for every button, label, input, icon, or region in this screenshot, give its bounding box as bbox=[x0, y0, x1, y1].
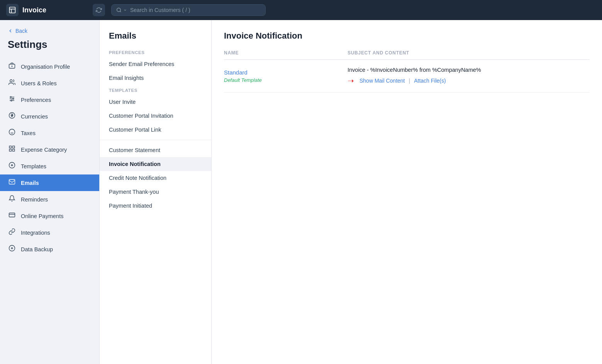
app-name: Invoice bbox=[22, 6, 46, 14]
content-table-rows: Standard Default Template Invoice - %Inv… bbox=[224, 60, 590, 93]
table-header-row: NAME SUBJECT AND CONTENT bbox=[224, 50, 590, 60]
online-payments-icon bbox=[8, 212, 16, 220]
svg-point-7 bbox=[10, 80, 12, 82]
emails-nav-item-payment-initiated[interactable]: Payment Initiated bbox=[100, 199, 211, 213]
sidebar-item-label-organisation-profile: Organisation Profile bbox=[21, 64, 70, 70]
sidebar-item-expense-category[interactable]: Expense Category bbox=[0, 141, 99, 158]
sidebar-item-preferences[interactable]: Preferences bbox=[0, 91, 99, 108]
svg-rect-19 bbox=[13, 146, 15, 148]
emails-nav: PREFERENCESSender Email PreferencesEmail… bbox=[100, 47, 211, 213]
sidebar-item-label-reminders: Reminders bbox=[21, 196, 48, 203]
svg-point-15 bbox=[9, 129, 15, 135]
emails-section-preferences: PREFERENCES bbox=[100, 47, 211, 57]
template-name-col: Standard Default Template bbox=[224, 69, 348, 83]
emails-section-templates: TEMPLATES bbox=[100, 85, 211, 95]
default-template-label: Default Template bbox=[224, 77, 348, 83]
preferences-icon bbox=[8, 95, 16, 104]
sidebar-item-data-backup[interactable]: Data Backup bbox=[0, 241, 99, 257]
sidebar-item-label-currencies: Currencies bbox=[21, 113, 48, 120]
subject-content-col: Invoice - %InvoiceNumber% from %CompanyN… bbox=[348, 67, 590, 85]
reminders-icon bbox=[8, 195, 16, 204]
emails-nav-item-invoice-notification[interactable]: Invoice Notification bbox=[100, 157, 211, 171]
emails-divider bbox=[100, 140, 211, 140]
red-arrow-annotation: ➝ bbox=[348, 76, 354, 85]
svg-rect-20 bbox=[13, 149, 15, 151]
sidebar-item-label-preferences: Preferences bbox=[21, 97, 51, 103]
sidebar-item-online-payments[interactable]: Online Payments bbox=[0, 208, 99, 224]
currencies-icon bbox=[8, 112, 16, 121]
search-bar[interactable] bbox=[111, 4, 266, 16]
data-backup-icon bbox=[8, 245, 16, 254]
sidebar-nav: Organisation Profile Users & Roles Prefe… bbox=[0, 58, 99, 257]
sidebar-item-emails[interactable]: Emails bbox=[0, 174, 99, 191]
sidebar-item-currencies[interactable]: Currencies bbox=[0, 108, 99, 125]
refresh-button[interactable] bbox=[93, 4, 105, 16]
sidebar-item-label-templates: Templates bbox=[21, 163, 46, 169]
svg-rect-18 bbox=[9, 146, 11, 148]
top-navigation: Invoice bbox=[0, 0, 602, 20]
app-logo: Invoice bbox=[6, 4, 83, 16]
sidebar-item-integrations[interactable]: Integrations bbox=[0, 224, 99, 241]
content-panel: Invoice Notification NAME SUBJECT AND CO… bbox=[212, 20, 602, 364]
sidebar-item-organisation-profile[interactable]: Organisation Profile bbox=[0, 58, 99, 75]
users-roles-icon bbox=[8, 79, 16, 88]
svg-point-13 bbox=[11, 100, 12, 101]
svg-rect-23 bbox=[9, 179, 15, 184]
app-logo-icon bbox=[6, 4, 19, 16]
svg-rect-0 bbox=[10, 7, 15, 13]
sidebar-item-label-integrations: Integrations bbox=[21, 230, 50, 236]
svg-point-3 bbox=[117, 8, 120, 12]
organisation-profile-icon bbox=[8, 62, 16, 71]
sidebar-item-label-data-backup: Data Backup bbox=[21, 246, 53, 252]
emails-nav-item-email-insights[interactable]: Email Insights bbox=[100, 71, 211, 85]
sidebar-item-label-taxes: Taxes bbox=[21, 130, 36, 136]
action-links: ➝ Show Mail Content | Attach File(s) bbox=[348, 76, 590, 85]
svg-rect-21 bbox=[9, 149, 11, 151]
search-input[interactable] bbox=[130, 7, 261, 13]
sidebar-item-label-expense-category: Expense Category bbox=[21, 147, 67, 153]
template-name-link[interactable]: Standard bbox=[224, 69, 348, 76]
sidebar-item-users-roles[interactable]: Users & Roles bbox=[0, 75, 99, 91]
emails-nav-item-customer-portal-link[interactable]: Customer Portal Link bbox=[100, 123, 211, 137]
col-subject-label: SUBJECT AND CONTENT bbox=[348, 50, 590, 56]
integrations-icon bbox=[8, 228, 16, 237]
sidebar-item-taxes[interactable]: Taxes bbox=[0, 125, 99, 141]
emails-nav-item-sender-email[interactable]: Sender Email Preferences bbox=[100, 57, 211, 71]
sidebar-item-templates[interactable]: Templates bbox=[0, 158, 99, 174]
content-panel-title: Invoice Notification bbox=[224, 31, 590, 41]
svg-rect-24 bbox=[9, 213, 15, 217]
show-mail-content-link[interactable]: Show Mail Content bbox=[360, 78, 405, 84]
sidebar-item-reminders[interactable]: Reminders bbox=[0, 191, 99, 208]
emails-nav-item-payment-thank-you[interactable]: Payment Thank-you bbox=[100, 185, 211, 199]
sidebar-item-label-online-payments: Online Payments bbox=[21, 213, 63, 219]
back-label: Back bbox=[15, 28, 27, 34]
table-row: Standard Default Template Invoice - %Inv… bbox=[224, 60, 590, 93]
expense-category-icon bbox=[8, 145, 16, 154]
action-separator: | bbox=[409, 78, 410, 84]
back-link[interactable]: Back bbox=[0, 28, 99, 39]
sidebar: Back Settings Organisation Profile Users… bbox=[0, 20, 100, 364]
templates-icon bbox=[8, 162, 16, 171]
sidebar-item-label-users-roles: Users & Roles bbox=[21, 80, 57, 86]
emails-nav-item-credit-note-notification[interactable]: Credit Note Notification bbox=[100, 171, 211, 185]
emails-nav-item-customer-statement[interactable]: Customer Statement bbox=[100, 143, 211, 157]
emails-nav-item-user-invite[interactable]: User Invite bbox=[100, 95, 211, 109]
emails-panel-header: Emails bbox=[100, 20, 211, 47]
svg-point-12 bbox=[13, 98, 14, 100]
emails-panel: Emails PREFERENCESSender Email Preferenc… bbox=[100, 20, 212, 364]
sidebar-item-label-emails: Emails bbox=[21, 180, 39, 186]
search-icon-wrap bbox=[116, 7, 127, 13]
col-name-label: NAME bbox=[224, 50, 348, 56]
svg-point-11 bbox=[10, 97, 12, 98]
emails-icon bbox=[8, 178, 16, 187]
attach-files-link[interactable]: Attach File(s) bbox=[414, 78, 446, 84]
sidebar-title: Settings bbox=[0, 39, 99, 58]
subject-text: Invoice - %InvoiceNumber% from %CompanyN… bbox=[348, 67, 590, 73]
taxes-icon bbox=[8, 129, 16, 137]
main-layout: Back Settings Organisation Profile Users… bbox=[0, 20, 602, 364]
emails-nav-item-customer-portal-invitation[interactable]: Customer Portal Invitation bbox=[100, 109, 211, 123]
